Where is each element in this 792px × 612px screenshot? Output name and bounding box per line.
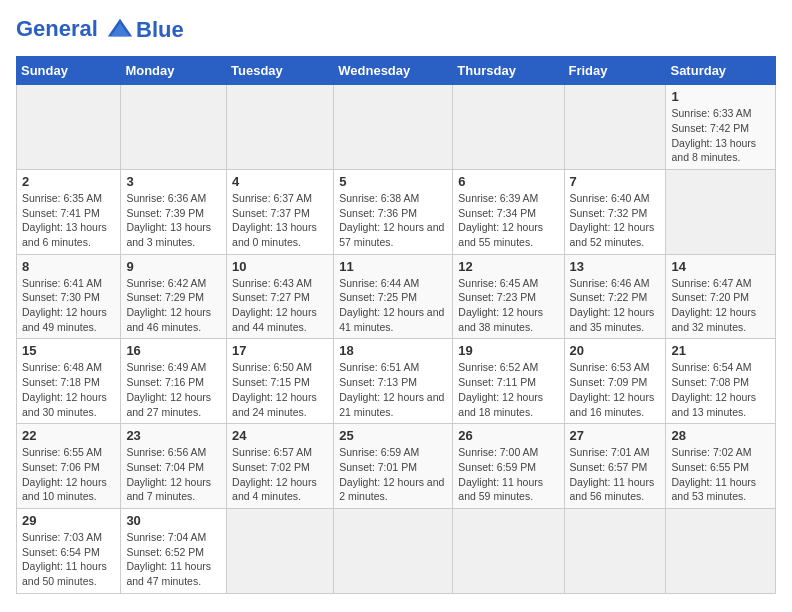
day-number: 23 — [126, 428, 221, 443]
logo-blue: Blue — [136, 17, 184, 43]
day-info: Sunrise: 6:43 AMSunset: 7:27 PMDaylight:… — [232, 276, 328, 335]
calendar-cell-7: 7 Sunrise: 6:40 AMSunset: 7:32 PMDayligh… — [564, 169, 666, 254]
empty-cell — [227, 508, 334, 593]
day-number: 11 — [339, 259, 447, 274]
day-number: 20 — [570, 343, 661, 358]
day-info: Sunrise: 6:47 AMSunset: 7:20 PMDaylight:… — [671, 276, 770, 335]
calendar-cell-5: 5 Sunrise: 6:38 AMSunset: 7:36 PMDayligh… — [334, 169, 453, 254]
day-number: 27 — [570, 428, 661, 443]
logo: General Blue — [16, 16, 184, 44]
day-info: Sunrise: 6:41 AMSunset: 7:30 PMDaylight:… — [22, 276, 115, 335]
empty-cell — [453, 85, 564, 170]
calendar-cell-22: 22 Sunrise: 6:55 AMSunset: 7:06 PMDaylig… — [17, 424, 121, 509]
day-info: Sunrise: 6:56 AMSunset: 7:04 PMDaylight:… — [126, 445, 221, 504]
day-number: 5 — [339, 174, 447, 189]
calendar-cell-9: 9 Sunrise: 6:42 AMSunset: 7:29 PMDayligh… — [121, 254, 227, 339]
calendar-header-row: SundayMondayTuesdayWednesdayThursdayFrid… — [17, 57, 776, 85]
empty-cell — [453, 508, 564, 593]
day-number: 6 — [458, 174, 558, 189]
day-info: Sunrise: 6:36 AMSunset: 7:39 PMDaylight:… — [126, 191, 221, 250]
day-info: Sunrise: 6:38 AMSunset: 7:36 PMDaylight:… — [339, 191, 447, 250]
day-info: Sunrise: 6:39 AMSunset: 7:34 PMDaylight:… — [458, 191, 558, 250]
calendar-cell-25: 25 Sunrise: 6:59 AMSunset: 7:01 PMDaylig… — [334, 424, 453, 509]
day-number: 22 — [22, 428, 115, 443]
day-number: 17 — [232, 343, 328, 358]
day-number: 18 — [339, 343, 447, 358]
calendar-cell-23: 23 Sunrise: 6:56 AMSunset: 7:04 PMDaylig… — [121, 424, 227, 509]
header-sunday: Sunday — [17, 57, 121, 85]
day-info: Sunrise: 6:44 AMSunset: 7:25 PMDaylight:… — [339, 276, 447, 335]
calendar-cell-6: 6 Sunrise: 6:39 AMSunset: 7:34 PMDayligh… — [453, 169, 564, 254]
day-info: Sunrise: 7:04 AMSunset: 6:52 PMDaylight:… — [126, 530, 221, 589]
day-number: 19 — [458, 343, 558, 358]
day-info: Sunrise: 7:01 AMSunset: 6:57 PMDaylight:… — [570, 445, 661, 504]
day-number: 4 — [232, 174, 328, 189]
day-info: Sunrise: 6:49 AMSunset: 7:16 PMDaylight:… — [126, 360, 221, 419]
calendar-week-5: 22 Sunrise: 6:55 AMSunset: 7:06 PMDaylig… — [17, 424, 776, 509]
empty-cell — [17, 85, 121, 170]
day-info: Sunrise: 6:55 AMSunset: 7:06 PMDaylight:… — [22, 445, 115, 504]
day-info: Sunrise: 7:02 AMSunset: 6:55 PMDaylight:… — [671, 445, 770, 504]
day-info: Sunrise: 6:54 AMSunset: 7:08 PMDaylight:… — [671, 360, 770, 419]
day-info: Sunrise: 6:40 AMSunset: 7:32 PMDaylight:… — [570, 191, 661, 250]
empty-cell — [121, 85, 227, 170]
day-number: 3 — [126, 174, 221, 189]
day-number: 21 — [671, 343, 770, 358]
header-wednesday: Wednesday — [334, 57, 453, 85]
day-number: 1 — [671, 89, 770, 104]
day-number: 29 — [22, 513, 115, 528]
day-info: Sunrise: 6:42 AMSunset: 7:29 PMDaylight:… — [126, 276, 221, 335]
day-info: Sunrise: 6:37 AMSunset: 7:37 PMDaylight:… — [232, 191, 328, 250]
calendar-table: SundayMondayTuesdayWednesdayThursdayFrid… — [16, 56, 776, 594]
day-number: 24 — [232, 428, 328, 443]
day-number: 8 — [22, 259, 115, 274]
calendar-cell-10: 10 Sunrise: 6:43 AMSunset: 7:27 PMDaylig… — [227, 254, 334, 339]
day-number: 16 — [126, 343, 221, 358]
day-info: Sunrise: 6:46 AMSunset: 7:22 PMDaylight:… — [570, 276, 661, 335]
day-number: 28 — [671, 428, 770, 443]
day-number: 7 — [570, 174, 661, 189]
calendar-week-1: 1 Sunrise: 6:33 AMSunset: 7:42 PMDayligh… — [17, 85, 776, 170]
day-number: 15 — [22, 343, 115, 358]
calendar-cell-27: 27 Sunrise: 7:01 AMSunset: 6:57 PMDaylig… — [564, 424, 666, 509]
calendar-cell-24: 24 Sunrise: 6:57 AMSunset: 7:02 PMDaylig… — [227, 424, 334, 509]
day-number: 13 — [570, 259, 661, 274]
calendar-cell-17: 17 Sunrise: 6:50 AMSunset: 7:15 PMDaylig… — [227, 339, 334, 424]
calendar-cell-12: 12 Sunrise: 6:45 AMSunset: 7:23 PMDaylig… — [453, 254, 564, 339]
calendar-cell-16: 16 Sunrise: 6:49 AMSunset: 7:16 PMDaylig… — [121, 339, 227, 424]
day-number: 25 — [339, 428, 447, 443]
day-info: Sunrise: 6:45 AMSunset: 7:23 PMDaylight:… — [458, 276, 558, 335]
empty-cell — [227, 85, 334, 170]
calendar-week-2: 2 Sunrise: 6:35 AMSunset: 7:41 PMDayligh… — [17, 169, 776, 254]
calendar-cell-4: 4 Sunrise: 6:37 AMSunset: 7:37 PMDayligh… — [227, 169, 334, 254]
day-number: 14 — [671, 259, 770, 274]
day-info: Sunrise: 6:59 AMSunset: 7:01 PMDaylight:… — [339, 445, 447, 504]
calendar-cell-28: 28 Sunrise: 7:02 AMSunset: 6:55 PMDaylig… — [666, 424, 776, 509]
calendar-cell-3: 3 Sunrise: 6:36 AMSunset: 7:39 PMDayligh… — [121, 169, 227, 254]
empty-cell — [334, 85, 453, 170]
header-saturday: Saturday — [666, 57, 776, 85]
calendar-cell-21: 21 Sunrise: 6:54 AMSunset: 7:08 PMDaylig… — [666, 339, 776, 424]
day-number: 12 — [458, 259, 558, 274]
calendar-week-6: 29 Sunrise: 7:03 AMSunset: 6:54 PMDaylig… — [17, 508, 776, 593]
calendar-cell-15: 15 Sunrise: 6:48 AMSunset: 7:18 PMDaylig… — [17, 339, 121, 424]
calendar-cell-14: 14 Sunrise: 6:47 AMSunset: 7:20 PMDaylig… — [666, 254, 776, 339]
empty-cell — [564, 508, 666, 593]
page-header: General Blue — [16, 16, 776, 44]
calendar-cell-29: 29 Sunrise: 7:03 AMSunset: 6:54 PMDaylig… — [17, 508, 121, 593]
day-info: Sunrise: 6:35 AMSunset: 7:41 PMDaylight:… — [22, 191, 115, 250]
logo-icon — [106, 16, 134, 44]
calendar-cell-26: 26 Sunrise: 7:00 AMSunset: 6:59 PMDaylig… — [453, 424, 564, 509]
empty-cell — [564, 85, 666, 170]
day-number: 2 — [22, 174, 115, 189]
logo-general: General — [16, 16, 98, 41]
calendar-cell-8: 8 Sunrise: 6:41 AMSunset: 7:30 PMDayligh… — [17, 254, 121, 339]
day-number: 30 — [126, 513, 221, 528]
day-info: Sunrise: 7:03 AMSunset: 6:54 PMDaylight:… — [22, 530, 115, 589]
day-info: Sunrise: 6:50 AMSunset: 7:15 PMDaylight:… — [232, 360, 328, 419]
day-info: Sunrise: 6:57 AMSunset: 7:02 PMDaylight:… — [232, 445, 328, 504]
day-info: Sunrise: 6:33 AMSunset: 7:42 PMDaylight:… — [671, 106, 770, 165]
calendar-cell-19: 19 Sunrise: 6:52 AMSunset: 7:11 PMDaylig… — [453, 339, 564, 424]
calendar-cell-11: 11 Sunrise: 6:44 AMSunset: 7:25 PMDaylig… — [334, 254, 453, 339]
day-number: 10 — [232, 259, 328, 274]
